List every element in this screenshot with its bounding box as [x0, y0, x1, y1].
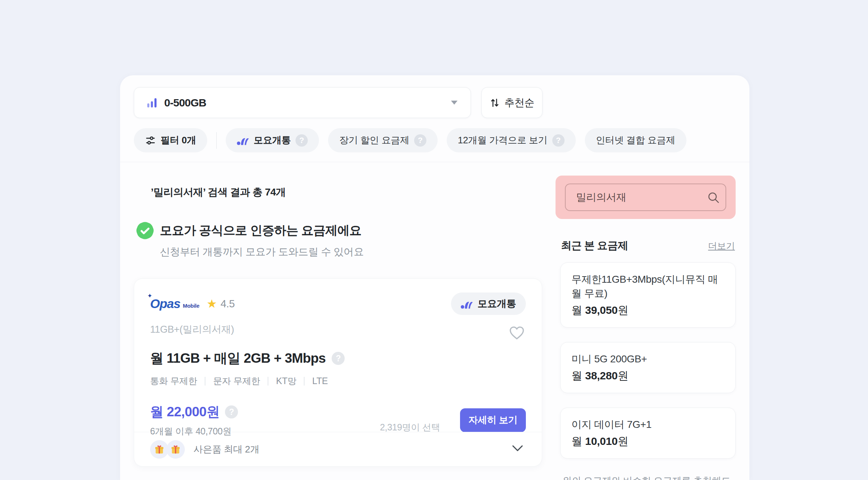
internet-bundle-label: 인터넷 결합 요금제 [596, 134, 675, 147]
moyo-activation-label: 모요개통 [254, 134, 291, 147]
feature-sms: 문자 무제한 [213, 375, 260, 387]
search-input[interactable] [576, 191, 707, 203]
feature-network: KT망 [276, 375, 296, 387]
feature-divider [268, 377, 268, 386]
gift-label: 사은품 최대 2개 [193, 443, 259, 456]
provider-suffix: Mobile [183, 303, 200, 309]
plan-card[interactable]: ✦ Opas Mobile ★ 4.5 [134, 278, 542, 467]
certified-section-header: 모요가 공식으로 인증하는 요금제에요 [134, 222, 542, 239]
long-term-discount-chip[interactable]: 장기 할인 요금제 ? [328, 128, 438, 152]
bar-chart-icon [146, 97, 158, 109]
feature-divider [205, 377, 205, 386]
star-icon: ★ [207, 297, 217, 311]
moyo-activation-chip[interactable]: 모요개통 ? [226, 128, 319, 152]
plan-name: 11GB+(밀리의서재) [150, 323, 234, 336]
provider-rating: 4.5 [221, 298, 235, 310]
recent-plan-name: 이지 데이터 7G+1 [571, 417, 724, 431]
help-icon[interactable]: ? [414, 134, 426, 147]
gift-icon [166, 440, 185, 459]
plan-browser-panel: 0-500GB 추천순 [120, 75, 749, 480]
recent-plan-card[interactable]: 무제한11GB+3Mbps(지니뮤직 매월 무료) 월 39,050원 [560, 262, 736, 328]
detail-button[interactable]: 자세히 보기 [460, 408, 526, 432]
help-icon[interactable]: ? [225, 405, 238, 418]
gift-avatars [150, 440, 185, 459]
recent-plan-card[interactable]: 미니 5G 200GB+ 월 38,280원 [560, 342, 736, 393]
moyo-logo-icon [237, 135, 249, 145]
sidebar: 최근 본 요금제 더보기 무제한11GB+3Mbps(지니뮤직 매월 무료) 월… [560, 162, 736, 480]
toolbar: 0-500GB 추천순 [120, 75, 749, 162]
moyo-logo-icon [461, 299, 473, 309]
chip-divider [216, 132, 217, 149]
sort-button[interactable]: 추천순 [481, 87, 542, 118]
provider-name: Opas [150, 296, 180, 311]
certified-section-title: 모요가 공식으로 인증하는 요금제에요 [160, 222, 361, 239]
sort-arrows-icon [489, 97, 500, 108]
filter-chips-row: 필터 0개 모요개통 ? 장기 할인 요금제 ? 12개월 가격 [134, 128, 736, 162]
feature-generation: LTE [312, 376, 328, 386]
help-icon[interactable]: ? [295, 134, 308, 147]
filter-count-chip[interactable]: 필터 0개 [134, 128, 207, 152]
verified-seal-icon [137, 222, 153, 239]
recent-plan-price: 월 39,050원 [571, 303, 724, 318]
provider-logo: ✦ Opas Mobile [150, 296, 199, 311]
help-icon[interactable]: ? [552, 134, 565, 147]
gift-icon [150, 440, 169, 459]
help-icon[interactable]: ? [332, 352, 345, 365]
plan-title: 월 11GB + 매일 2GB + 3Mbps [150, 349, 326, 367]
twelve-month-price-label: 12개월 가격으로 보기 [458, 134, 548, 147]
long-term-discount-label: 장기 할인 요금제 [339, 134, 409, 147]
filter-count-label: 필터 0개 [161, 134, 196, 147]
moyo-activation-badge: 모요개통 [451, 292, 526, 315]
chevron-down-icon [451, 101, 458, 105]
feature-calls: 통화 무제한 [150, 375, 197, 387]
data-range-value: 0-500GB [164, 97, 451, 109]
data-range-select[interactable]: 0-500GB [134, 87, 471, 118]
provider-logo-mark-icon: ✦ [147, 292, 152, 300]
search-result-summary: ’밀리의서재’ 검색 결과 총 74개 [134, 185, 542, 199]
moyo-activation-badge-label: 모요개통 [477, 297, 516, 310]
recent-plans-title: 최근 본 요금제 [561, 239, 628, 253]
search-icon[interactable] [707, 191, 720, 204]
sort-label: 추천순 [504, 96, 534, 110]
results-column: ’밀리의서재’ 검색 결과 총 74개 모요가 공식으로 인증하는 요금제에요 … [134, 162, 542, 480]
favorite-heart-icon[interactable] [509, 325, 525, 341]
feature-divider [304, 377, 305, 386]
internet-bundle-chip[interactable]: 인터넷 결합 요금제 [585, 128, 686, 152]
recommendation-note: 위의 요금제와 비슷한 요금제를 추천해드려요 [560, 475, 736, 480]
chevron-down-icon[interactable] [511, 445, 524, 454]
recent-plan-price: 월 38,280원 [571, 369, 724, 383]
recent-plan-name: 미니 5G 200GB+ [571, 352, 724, 366]
recent-plan-name: 무제한11GB+3Mbps(지니뮤직 매월 무료) [571, 272, 724, 300]
recent-plan-card[interactable]: 이지 데이터 7G+1 월 10,010원 [560, 408, 736, 459]
more-link[interactable]: 더보기 [708, 240, 735, 252]
gift-accordion[interactable]: 사은품 최대 2개 [134, 432, 542, 466]
recent-plan-price: 월 10,010원 [571, 434, 724, 449]
search-highlight-overlay [556, 176, 736, 219]
certified-section-subtitle: 신청부터 개통까지 모요가 도와드릴 수 있어요 [134, 245, 542, 259]
plan-price: 월 22,000원 [150, 403, 220, 421]
search-box[interactable] [565, 184, 726, 211]
twelve-month-price-chip[interactable]: 12개월 가격으로 보기 ? [447, 128, 576, 152]
plan-features: 통화 무제한 문자 무제한 KT망 LTE [150, 375, 526, 387]
sliders-icon [145, 135, 156, 146]
